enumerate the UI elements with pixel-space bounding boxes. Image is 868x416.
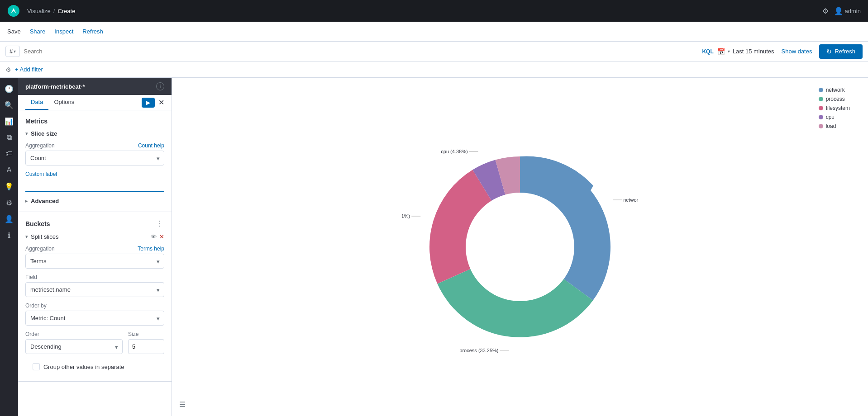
count-help-link[interactable]: Count help bbox=[138, 142, 164, 149]
user-icon[interactable]: 👤 admin bbox=[834, 7, 861, 15]
add-filter-button[interactable]: + Add filter bbox=[15, 66, 43, 73]
group-other-values-checkbox[interactable] bbox=[33, 363, 40, 370]
refresh-label: Refresh bbox=[835, 48, 855, 55]
field-label: Field bbox=[25, 274, 164, 280]
chevron-down-icon: ▾ bbox=[14, 49, 16, 54]
search-bar: # ▾ KQL 📅 ▾ Last 15 minutes Show dates ↻… bbox=[0, 42, 868, 61]
time-filter[interactable]: 📅 ▾ Last 15 minutes bbox=[717, 48, 774, 55]
breadcrumb-parent[interactable]: Visualize bbox=[27, 8, 51, 14]
legend-item-network[interactable]: network bbox=[819, 87, 850, 93]
field-select-wrapper: metricset.name bbox=[25, 282, 164, 297]
breadcrumb: Visualize / Create bbox=[27, 8, 75, 14]
slice-size-collapsible[interactable]: Slice size bbox=[25, 130, 164, 137]
network-annotation-label: network (35.07%) bbox=[623, 197, 638, 203]
group-other-values-row: Group other values in separate bbox=[25, 359, 164, 374]
chart-icon[interactable]: 📊 bbox=[2, 114, 16, 128]
info-icon[interactable]: i bbox=[156, 82, 164, 90]
donut-chart: network (35.07%)process (33.25%)filesyst… bbox=[402, 129, 638, 364]
search-nav-icon[interactable]: 🔍 bbox=[2, 98, 16, 112]
remove-split-button[interactable]: ✕ bbox=[159, 233, 164, 240]
size-input[interactable] bbox=[128, 339, 164, 354]
panel-content: Metrics Slice size Aggregation Count hel… bbox=[18, 110, 172, 416]
bulb-icon[interactable]: 💡 bbox=[2, 179, 16, 194]
aggregation-field: Aggregation Count help Count bbox=[25, 142, 164, 165]
save-button[interactable]: Save bbox=[7, 26, 21, 37]
tab-data[interactable]: Data bbox=[25, 95, 48, 110]
legend-item-process[interactable]: process bbox=[819, 96, 850, 102]
kql-badge[interactable]: KQL bbox=[702, 48, 713, 55]
order-select[interactable]: Descending bbox=[25, 339, 123, 354]
segment-filesystem[interactable] bbox=[429, 170, 491, 284]
order-field: Order Descending bbox=[25, 331, 123, 354]
toggle-visibility-button[interactable]: 👁 bbox=[151, 233, 157, 240]
type-icon[interactable]: A bbox=[2, 163, 16, 177]
refresh-toolbar-button[interactable]: Refresh bbox=[82, 26, 103, 37]
legend-label-process: process bbox=[826, 96, 845, 102]
legend-dot-network bbox=[819, 88, 823, 92]
field-field: Field metricset.name bbox=[25, 274, 164, 297]
search-input[interactable] bbox=[24, 48, 698, 55]
buckets-aggregation-field: Aggregation Terms help Terms bbox=[25, 246, 164, 269]
tag-icon[interactable]: 🏷 bbox=[2, 147, 16, 161]
order-by-select[interactable]: Metric: Count bbox=[25, 311, 164, 326]
aggregation-select[interactable]: Count bbox=[25, 151, 164, 165]
toolbar: Save Share Inspect Refresh bbox=[0, 22, 868, 42]
slice-size-chevron bbox=[25, 131, 28, 137]
breadcrumb-separator: / bbox=[53, 8, 55, 14]
chart-type-selector[interactable]: ☰ bbox=[179, 400, 186, 409]
inspect-button[interactable]: Inspect bbox=[54, 26, 73, 37]
legend-item-filesystem[interactable]: filesystem bbox=[819, 105, 850, 111]
panel-tab-actions: ▶ ✕ bbox=[142, 95, 164, 110]
show-dates-button[interactable]: Show dates bbox=[782, 48, 812, 55]
terms-help-link[interactable]: Terms help bbox=[138, 246, 164, 252]
user-label: admin bbox=[845, 8, 861, 14]
custom-label-field: Custom label bbox=[25, 171, 164, 192]
process-annotation-label: process (33.25%) bbox=[459, 348, 498, 353]
gear-icon[interactable]: ⚙ bbox=[2, 195, 16, 210]
legend-label-cpu: cpu bbox=[826, 114, 835, 120]
play-icon: ▶ bbox=[146, 99, 150, 106]
time-filter-label: Last 15 minutes bbox=[733, 48, 774, 55]
bucket-menu-icon[interactable]: ⋮ bbox=[156, 219, 164, 228]
panel-header-actions: i bbox=[156, 82, 164, 90]
close-panel-button[interactable]: ✕ bbox=[158, 98, 164, 107]
breadcrumb-current: Create bbox=[57, 8, 75, 14]
segment-network[interactable] bbox=[520, 156, 610, 300]
top-navigation: Visualize / Create ⚙ 👤 admin bbox=[0, 0, 868, 22]
buckets-aggregation-select[interactable]: Terms bbox=[25, 254, 164, 269]
panel-header: platform-metricbeat-* i bbox=[18, 78, 172, 95]
tab-options[interactable]: Options bbox=[48, 95, 80, 110]
slice-size-label: Slice size bbox=[31, 130, 57, 137]
legend-item-cpu[interactable]: cpu bbox=[819, 114, 850, 120]
settings-icon[interactable]: ⚙ bbox=[822, 7, 829, 15]
clock-icon[interactable]: 🕐 bbox=[2, 81, 16, 96]
main-content: 🕐 🔍 📊 ⧉ 🏷 A 💡 ⚙ 👤 ℹ platform-metricbeat-… bbox=[0, 78, 868, 416]
legend-dot-cpu bbox=[819, 115, 823, 119]
refresh-button[interactable]: ↻ Refresh bbox=[819, 44, 863, 59]
split-slices-label: Split slices bbox=[31, 233, 58, 240]
top-nav-right: ⚙ 👤 admin bbox=[822, 7, 861, 15]
visualization-panel: platform-metricbeat-* i Data Options ▶ ✕… bbox=[18, 78, 172, 416]
info-nav-icon[interactable]: ℹ bbox=[2, 228, 16, 242]
metrics-title: Metrics bbox=[25, 118, 164, 125]
group-other-values-label: Group other values in separate bbox=[43, 364, 124, 370]
legend-item-load[interactable]: load bbox=[819, 123, 850, 129]
metrics-section: Metrics Slice size Aggregation Count hel… bbox=[18, 110, 172, 212]
refresh-icon: ↻ bbox=[826, 48, 832, 55]
buckets-aggregation-select-wrapper: Terms bbox=[25, 254, 164, 269]
layers-icon[interactable]: ⧉ bbox=[2, 130, 16, 145]
bucket-actions: ⋮ bbox=[156, 219, 164, 228]
filter-settings-icon[interactable]: ⚙ bbox=[5, 66, 11, 73]
split-slices-actions: 👁 ✕ bbox=[151, 233, 164, 240]
field-select[interactable]: metricset.name bbox=[25, 282, 164, 297]
share-button[interactable]: Share bbox=[30, 26, 46, 37]
custom-label-input[interactable] bbox=[25, 179, 164, 192]
split-slices-toggle[interactable]: Split slices bbox=[25, 233, 58, 240]
person-icon[interactable]: 👤 bbox=[2, 212, 16, 226]
sidebar-icons: 🕐 🔍 📊 ⧉ 🏷 A 💡 ⚙ 👤 ℹ bbox=[0, 78, 18, 416]
chart-list-icon: ☰ bbox=[179, 401, 186, 408]
index-selector[interactable]: # ▾ bbox=[5, 46, 20, 57]
run-button[interactable]: ▶ bbox=[142, 98, 155, 108]
order-by-field: Order by Metric: Count bbox=[25, 303, 164, 326]
advanced-toggle[interactable]: Advanced bbox=[25, 198, 164, 204]
